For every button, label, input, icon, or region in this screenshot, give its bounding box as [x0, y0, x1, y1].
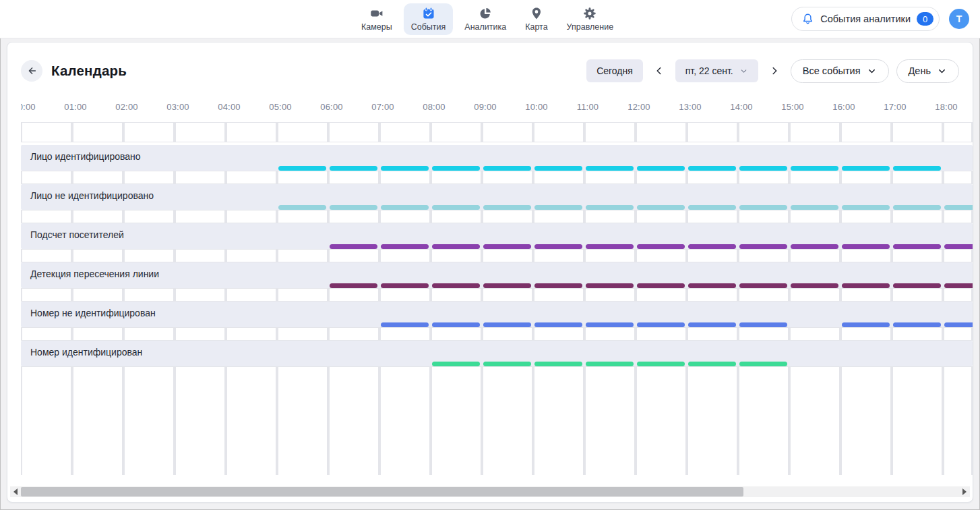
event-segment[interactable] — [483, 283, 531, 288]
event-segment[interactable] — [893, 205, 941, 210]
event-segment[interactable] — [688, 362, 736, 366]
event-segment[interactable] — [586, 244, 634, 249]
event-segment[interactable] — [842, 322, 890, 327]
event-segment[interactable] — [688, 244, 736, 249]
event-segment[interactable] — [791, 166, 838, 171]
event-segment[interactable] — [534, 166, 582, 171]
event-segment[interactable] — [688, 166, 736, 171]
prev-day-button[interactable] — [650, 62, 668, 80]
event-segment[interactable] — [791, 283, 838, 288]
event-segment[interactable] — [586, 362, 634, 366]
arrow-left-icon — [26, 65, 38, 77]
event-segment[interactable] — [739, 362, 787, 366]
event-segment[interactable] — [432, 283, 480, 288]
event-segment[interactable] — [483, 322, 531, 327]
event-segment[interactable] — [739, 283, 787, 288]
event-segment[interactable] — [637, 205, 685, 210]
event-segment[interactable] — [637, 362, 685, 366]
view-mode-dropdown[interactable]: День — [896, 59, 959, 83]
event-segment[interactable] — [586, 205, 634, 210]
event-segment[interactable] — [534, 283, 582, 288]
nav-item-calendar-check[interactable]: События — [404, 3, 454, 35]
event-row: Подсчет посетителей — [21, 223, 973, 249]
event-filter-dropdown[interactable]: Все события — [791, 59, 889, 83]
event-segment[interactable] — [381, 166, 429, 171]
event-segment[interactable] — [381, 322, 429, 327]
event-segment[interactable] — [688, 283, 736, 288]
event-segment[interactable] — [483, 244, 531, 249]
event-segment[interactable] — [944, 205, 973, 210]
event-segment[interactable] — [688, 205, 736, 210]
hour-label: 03:00 — [163, 102, 193, 112]
event-segment[interactable] — [944, 283, 973, 288]
event-segment[interactable] — [432, 362, 480, 366]
today-button[interactable]: Сегодня — [586, 59, 643, 82]
event-segment[interactable] — [637, 283, 685, 288]
event-segment[interactable] — [586, 322, 634, 327]
event-segment[interactable] — [534, 362, 582, 366]
event-segment[interactable] — [278, 205, 326, 210]
next-day-button[interactable] — [766, 62, 783, 80]
event-segment[interactable] — [842, 166, 890, 171]
event-segment[interactable] — [637, 244, 685, 249]
event-segment[interactable] — [739, 205, 787, 210]
event-segment[interactable] — [586, 166, 634, 171]
event-segment[interactable] — [381, 244, 429, 249]
nav-item-map-pin[interactable]: Карта — [518, 3, 555, 35]
scrollbar-thumb[interactable] — [21, 487, 743, 497]
event-segment[interactable] — [330, 166, 377, 171]
event-segment[interactable] — [688, 322, 736, 327]
event-segment[interactable] — [944, 322, 973, 327]
event-segment[interactable] — [534, 322, 582, 327]
event-segment[interactable] — [432, 166, 480, 171]
event-segment[interactable] — [842, 205, 890, 210]
event-segment[interactable] — [586, 283, 634, 288]
event-segment[interactable] — [432, 244, 480, 249]
event-segment[interactable] — [739, 244, 787, 249]
event-segment[interactable] — [483, 166, 531, 171]
event-segment[interactable] — [330, 283, 377, 288]
date-selector[interactable]: пт, 22 сент. — [675, 59, 758, 82]
back-button[interactable] — [21, 60, 42, 82]
event-segment[interactable] — [842, 244, 890, 249]
event-segment[interactable] — [381, 205, 429, 210]
analytics-events-button[interactable]: События аналитики 0 — [791, 7, 940, 31]
event-segment[interactable] — [637, 166, 685, 171]
event-segment[interactable] — [483, 205, 531, 210]
event-segment[interactable] — [483, 362, 531, 366]
event-segment[interactable] — [893, 283, 941, 288]
scroll-right-arrow[interactable] — [960, 488, 969, 496]
hour-label: 08:00 — [419, 102, 449, 112]
scroll-left-arrow[interactable] — [11, 488, 20, 496]
grid-strip — [21, 288, 973, 302]
nav-item-pie-chart[interactable]: Аналитика — [457, 3, 514, 35]
event-segment[interactable] — [791, 244, 838, 249]
event-segment[interactable] — [893, 322, 941, 327]
nav-item-gear[interactable]: Управление — [559, 3, 621, 35]
event-segment[interactable] — [739, 322, 787, 327]
analytics-events-label: События аналитики — [820, 13, 911, 24]
hour-label: 11:00 — [573, 102, 603, 112]
event-row: Лицо не идентифицировано — [21, 184, 973, 210]
event-segment[interactable] — [534, 244, 582, 249]
events-timeline: 00:0001:0002:0003:0004:0005:0006:0007:00… — [21, 95, 973, 475]
event-segment[interactable] — [944, 244, 973, 249]
event-segment[interactable] — [330, 205, 377, 210]
event-segment[interactable] — [637, 322, 685, 327]
event-segment[interactable] — [739, 166, 787, 171]
event-segment[interactable] — [278, 166, 326, 171]
event-segment[interactable] — [893, 244, 941, 249]
user-avatar[interactable]: T — [949, 9, 969, 29]
event-segment[interactable] — [534, 205, 582, 210]
event-segment[interactable] — [330, 244, 377, 249]
calendar-card: Календарь Сегодня пт, 22 сент. — [7, 42, 973, 503]
event-segment[interactable] — [842, 283, 890, 288]
event-segment[interactable] — [381, 283, 429, 288]
event-segment[interactable] — [893, 166, 941, 171]
horizontal-scrollbar[interactable] — [10, 486, 970, 497]
hour-label: 13:00 — [675, 102, 705, 112]
event-segment[interactable] — [791, 205, 838, 210]
event-segment[interactable] — [432, 322, 480, 327]
event-segment[interactable] — [432, 205, 480, 210]
nav-item-video-camera[interactable]: Камеры — [354, 3, 400, 35]
